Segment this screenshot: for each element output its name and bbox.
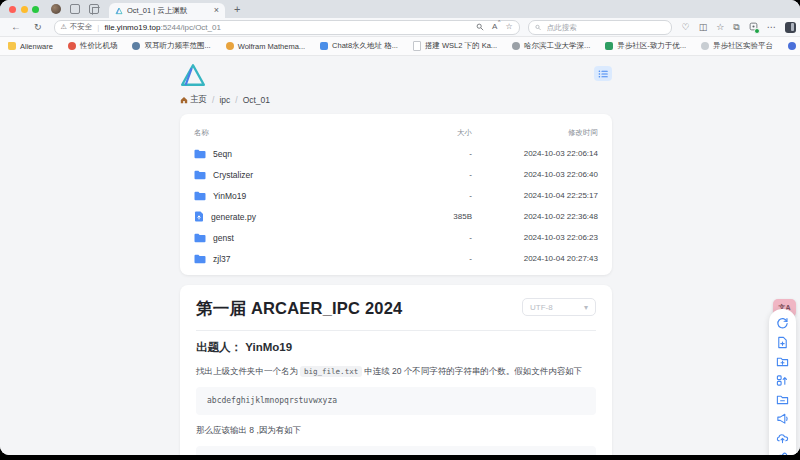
- more-menu-icon[interactable]: ⋯: [767, 23, 776, 32]
- workspaces-icon[interactable]: [70, 4, 80, 14]
- folder-icon: [8, 42, 16, 50]
- batch-rename-icon[interactable]: [776, 374, 789, 387]
- close-window-button[interactable]: [9, 6, 16, 13]
- readme-paragraph: 那么应该输出 8 ,因为有如下: [196, 424, 596, 438]
- favorite-star-icon[interactable]: ☆: [505, 23, 512, 31]
- search-icon[interactable]: [476, 23, 484, 31]
- collections-icon[interactable]: ⧉: [733, 23, 739, 32]
- new-folder-icon[interactable]: [776, 355, 789, 368]
- column-size[interactable]: 大小: [402, 128, 472, 138]
- security-label: 不安全: [70, 22, 93, 32]
- readme-author: 出题人： YinMo19: [196, 340, 596, 355]
- bookmark-item[interactable]: 异步社区实验平台: [701, 41, 773, 51]
- file-table-header: 名称 大小 修改时间: [194, 122, 598, 143]
- bookmarks-bar: Alienware 性价比机场 双耳听力频率范围... Wolfram Math…: [0, 37, 800, 56]
- bookmark-item[interactable]: Wolfram Mathema...: [226, 42, 305, 51]
- column-modified[interactable]: 修改时间: [472, 128, 598, 138]
- bookmark-item[interactable]: 搭建 WSL2 下的 Ka...: [413, 41, 497, 51]
- sidebar-toggle-icon[interactable]: [785, 22, 796, 33]
- site-icon: [605, 42, 613, 50]
- browser-essentials-icon[interactable]: ♡: [682, 23, 690, 32]
- minimize-window-button[interactable]: [21, 6, 28, 13]
- file-row[interactable]: zjl37 - 2024-10-04 20:27:43: [194, 248, 598, 269]
- new-tab-button[interactable]: +: [234, 4, 240, 15]
- browser-window: Oct_01 | 云上渊默 × + ← ↻ ⚠ 不安全 | file.yinmo…: [0, 0, 800, 455]
- refresh-button[interactable]: ↻: [34, 23, 42, 32]
- breadcrumb-part[interactable]: Oct_01: [243, 95, 270, 105]
- address-bar-icons: A^ ☆: [476, 23, 513, 31]
- cloud-upload-icon[interactable]: [776, 431, 789, 444]
- view-toggle-button[interactable]: [594, 66, 612, 81]
- split-screen-icon[interactable]: ◫: [699, 23, 708, 32]
- breadcrumb-part[interactable]: ipc: [219, 95, 230, 105]
- window-controls[interactable]: [9, 6, 39, 13]
- favorites-icon[interactable]: ☆: [716, 23, 724, 32]
- search-input[interactable]: [545, 22, 665, 33]
- code-block: abcdefghijklmnopqrstuvwxyza: [196, 387, 596, 416]
- offline-download-icon[interactable]: [776, 450, 789, 455]
- back-button[interactable]: ←: [11, 22, 21, 32]
- announcement-icon[interactable]: [776, 412, 789, 425]
- file-list-card: 名称 大小 修改时间 5eqn - 2024-10-03 22:06:14 Cr…: [180, 114, 612, 275]
- url-text[interactable]: file.yinmo19.top:5244/ipc/Oct_01: [104, 23, 470, 32]
- folder-icon: [194, 191, 206, 201]
- file-icon: [194, 211, 204, 222]
- bookmark-item[interactable]: 性价比机场: [68, 41, 118, 51]
- site-icon: [320, 42, 328, 50]
- new-file-icon[interactable]: [776, 336, 789, 349]
- file-row[interactable]: generate.py 385B 2024-10-02 22:36:48: [194, 206, 598, 227]
- site-icon: [701, 42, 709, 50]
- zoom-window-button[interactable]: [32, 6, 39, 13]
- page-icon: [413, 41, 421, 51]
- read-aloud-icon[interactable]: A^: [492, 23, 497, 31]
- address-bar[interactable]: ⚠ 不安全 | file.yinmo19.top:5244/ipc/Oct_01…: [54, 20, 520, 35]
- security-badge[interactable]: ⚠ 不安全: [61, 22, 93, 32]
- tab-actions-icon[interactable]: [89, 4, 99, 14]
- code-block: abcdefghijklmnopqrst bcdefghijklmnopqrst…: [196, 446, 596, 455]
- column-name[interactable]: 名称: [194, 128, 402, 138]
- bookmark-item[interactable]: 哈尔滨工业大学深...: [512, 41, 590, 51]
- page-content: 主页 / ipc / Oct_01 名称 大小 修改时间 5eqn - 2024…: [0, 56, 800, 455]
- bookmark-item[interactable]: Chat8永久地址 格...: [320, 41, 398, 51]
- bookmark-item[interactable]: 双耳听力频率范围...: [132, 41, 210, 51]
- file-row[interactable]: 5eqn - 2024-10-03 22:06:14: [194, 143, 598, 164]
- search-box[interactable]: [528, 20, 672, 35]
- breadcrumb-separator: /: [212, 95, 214, 105]
- folder-icon: [194, 170, 206, 180]
- site-icon: [68, 42, 76, 50]
- extension-status-dot: [754, 28, 760, 34]
- navigation-bar: ← ↻ ⚠ 不安全 | file.yinmo19.top:5244/ipc/Oc…: [0, 18, 800, 37]
- remove-folder-icon[interactable]: [776, 393, 789, 406]
- screen: Oct_01 | 云上渊默 × + ← ↻ ⚠ 不安全 | file.yinmo…: [0, 0, 800, 460]
- divider: [196, 330, 596, 331]
- readme-paragraph: 找出上级文件夹中一个名为big_file.txt中连续 20 个不同字符的字符串…: [196, 365, 596, 379]
- close-tab-icon[interactable]: ×: [214, 6, 219, 15]
- chevron-down-icon: ▾: [584, 303, 588, 312]
- bookmark-item[interactable]: Alienware: [8, 42, 53, 51]
- alist-favicon: [115, 7, 123, 15]
- encoding-select[interactable]: UTF-8 ▾: [522, 298, 596, 316]
- site-icon: [512, 42, 520, 50]
- site-icon: [226, 42, 234, 50]
- tab-title: Oct_01 | 云上渊默: [127, 6, 214, 16]
- extensions-icon[interactable]: [749, 22, 758, 33]
- search-icon: [535, 24, 541, 31]
- tab-strip: Oct_01 | 云上渊默 × +: [0, 0, 800, 18]
- file-row[interactable]: genst - 2024-10-03 22:06:23: [194, 227, 598, 248]
- url-path: :5244/ipc/Oct_01: [160, 23, 220, 32]
- file-row[interactable]: Crystalizer - 2024-10-03 22:06:40: [194, 164, 598, 185]
- refresh-icon[interactable]: [776, 317, 789, 330]
- folder-icon: [194, 149, 206, 159]
- url-host: file.yinmo19.top: [104, 23, 160, 32]
- profile-avatar[interactable]: [51, 4, 61, 14]
- browser-tab[interactable]: Oct_01 | 云上渊默 ×: [109, 3, 225, 18]
- bookmark-item[interactable]: 异步社区-致力于优...: [605, 41, 686, 51]
- file-row[interactable]: YinMo19 - 2024-10-04 22:25:17: [194, 185, 598, 206]
- bookmark-item[interactable]: 如何用Mathematic...: [788, 41, 800, 51]
- inline-code: big_file.txt: [300, 366, 362, 377]
- address-divider: |: [97, 23, 99, 32]
- readme-title: 第一届 ARCAER_IPC 2024: [196, 298, 402, 320]
- folder-icon: [194, 233, 206, 243]
- breadcrumb-home[interactable]: 主页: [180, 94, 207, 106]
- breadcrumb: 主页 / ipc / Oct_01: [180, 94, 612, 106]
